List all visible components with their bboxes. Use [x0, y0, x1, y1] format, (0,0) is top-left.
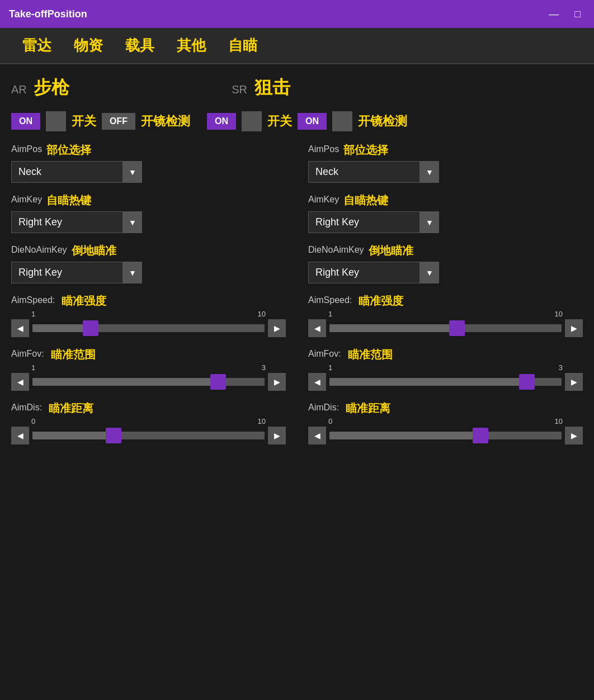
right-aimfov-min: 1	[328, 363, 332, 372]
right-switch-label: 开关	[267, 113, 292, 130]
left-aimfov-inc[interactable]: ▶	[268, 373, 286, 391]
right-dienoaim-dropdown[interactable]: Right Key	[308, 262, 420, 283]
nav-item-radar[interactable]: 雷达	[11, 28, 63, 63]
left-gray-button[interactable]	[46, 111, 66, 131]
left-aimpos-arrow[interactable]: ▼	[123, 161, 142, 183]
right-scope-label: 开镜检测	[358, 113, 407, 130]
right-aimpos-dropdown[interactable]: Neck	[308, 161, 420, 183]
left-dienoaim-section: DieNoAimKey 倒地瞄准 Right Key ▼	[11, 243, 286, 283]
maximize-button[interactable]: □	[570, 7, 585, 21]
right-aimpos-value: Neck	[315, 166, 338, 178]
left-aimkey-gold: 自瞄热键	[46, 193, 91, 208]
left-aimpos-dropdown[interactable]: Neck	[11, 161, 123, 183]
left-weapon: AR 步枪	[11, 75, 69, 100]
left-aimkey-label-row: AimKey 自瞄热键	[11, 193, 286, 208]
left-aimspeed-thumb[interactable]	[83, 320, 98, 336]
right-aimdis-track[interactable]	[329, 432, 562, 439]
right-aimpos-dropdown-row: Neck ▼	[308, 161, 583, 183]
nav-item-aim[interactable]: 自瞄	[217, 28, 268, 63]
right-aimfov-dec[interactable]: ◀	[308, 373, 326, 391]
left-off-button[interactable]: OFF	[102, 113, 135, 130]
right-aimkey-gold: 自瞄热键	[343, 193, 388, 208]
left-aimspeed-track[interactable]	[32, 324, 265, 332]
left-dienoaim-value: Right Key	[18, 267, 62, 278]
right-aimfov-label-row: AimFov: 瞄准范围	[308, 347, 583, 362]
left-aimdis-range: 0 10	[11, 417, 286, 425]
right-aimspeed-dec[interactable]: ◀	[308, 319, 326, 337]
dropdown-arrow-icon: ▼	[129, 168, 136, 177]
right-aimfov-thumb[interactable]	[519, 374, 535, 390]
left-aimspeed-dec[interactable]: ◀	[11, 319, 29, 337]
left-aimfov-gold: 瞄准范围	[51, 347, 96, 362]
left-column: AimPos 部位选择 Neck ▼ AimKey 自瞄热键	[11, 143, 286, 455]
right-aimspeed-thumb[interactable]	[449, 320, 465, 336]
left-aimdis-dec[interactable]: ◀	[11, 427, 29, 444]
weapons-row: AR 步枪 SR 狙击	[11, 75, 583, 100]
right-aimfov-track[interactable]	[329, 378, 562, 386]
left-aimdis-section: AimDis: 瞄准距离 0 10 ◀ ▶	[11, 401, 286, 444]
right-on2-button[interactable]: ON	[298, 113, 327, 130]
left-aimspeed-gold: 瞄准强度	[62, 294, 106, 309]
left-aimkey-section: AimKey 自瞄热键 Right Key ▼	[11, 193, 286, 233]
right-gray2-button[interactable]	[332, 111, 352, 131]
left-aimspeed-inc[interactable]: ▶	[268, 319, 286, 337]
left-aimspeed-min: 1	[31, 310, 35, 318]
left-aimspeed-label: AimSpeed:	[11, 295, 55, 305]
left-aimspeed-control: ◀ ▶	[11, 319, 286, 337]
right-gray-button[interactable]	[242, 111, 262, 131]
right-aimdis-range: 0 10	[308, 417, 583, 425]
nav-item-vehicle[interactable]: 载具	[114, 28, 166, 63]
right-aimspeed-track[interactable]	[329, 324, 562, 332]
main-content: AR 步枪 SR 狙击 ON 开关 OFF 开镜检测 ON 开关 ON 开镜检测…	[0, 64, 594, 466]
nav-item-supplies[interactable]: 物资	[63, 28, 114, 63]
right-aimfov-section: AimFov: 瞄准范围 1 3 ◀ ▶	[308, 347, 583, 391]
right-column: AimPos 部位选择 Neck ▼ AimKey 自瞄热键	[308, 143, 583, 455]
left-aimdis-inc[interactable]: ▶	[268, 427, 286, 444]
right-aimspeed-range: 1 10	[308, 310, 583, 318]
left-aimspeed-section: AimSpeed: 瞄准强度 1 10 ◀ ▶	[11, 294, 286, 337]
right-aimkey-dropdown[interactable]: Right Key	[308, 211, 420, 233]
left-aimdis-thumb[interactable]	[106, 428, 121, 443]
minimize-button[interactable]: —	[544, 7, 563, 21]
left-aimfov-control: ◀ ▶	[11, 373, 286, 391]
right-dienoaim-dropdown-row: Right Key ▼	[308, 262, 583, 283]
right-aimspeed-inc[interactable]: ▶	[565, 319, 583, 337]
right-aimspeed-max: 10	[555, 310, 563, 318]
left-dienoaim-arrow[interactable]: ▼	[123, 262, 142, 283]
right-weapon-name: 狙击	[254, 77, 290, 97]
left-aimdis-max: 10	[258, 417, 266, 425]
right-aimfov-inc[interactable]: ▶	[565, 373, 583, 391]
right-aimkey-value: Right Key	[315, 216, 359, 228]
right-aimdis-thumb[interactable]	[473, 428, 488, 443]
left-aimpos-section: AimPos 部位选择 Neck ▼	[11, 143, 286, 183]
left-weapon-name: 步枪	[34, 77, 69, 97]
right-aimpos-arrow[interactable]: ▼	[420, 161, 439, 183]
right-on-button[interactable]: ON	[207, 113, 236, 130]
right-aimdis-dec[interactable]: ◀	[308, 427, 326, 444]
left-aimdis-track[interactable]	[32, 432, 265, 439]
left-aimpos-label: AimPos	[11, 144, 42, 154]
left-on-button[interactable]: ON	[11, 113, 40, 130]
left-aimkey-dropdown[interactable]: Right Key	[11, 211, 123, 233]
right-aimfov-label: AimFov:	[308, 349, 341, 359]
right-aimkey-arrow[interactable]: ▼	[420, 211, 439, 233]
left-aimkey-arrow[interactable]: ▼	[123, 211, 142, 233]
toggle-row: ON 开关 OFF 开镜检测 ON 开关 ON 开镜检测	[11, 111, 583, 131]
left-aimkey-label: AimKey	[11, 195, 42, 205]
left-aimspeed-label-row: AimSpeed: 瞄准强度	[11, 294, 286, 309]
left-aimfov-label-row: AimFov: 瞄准范围	[11, 347, 286, 362]
left-dienoaim-dropdown[interactable]: Right Key	[11, 262, 123, 283]
nav-item-other[interactable]: 其他	[166, 28, 217, 63]
right-aimdis-inc[interactable]: ▶	[565, 427, 583, 444]
right-aimspeed-gold: 瞄准强度	[359, 294, 403, 309]
left-aimfov-dec[interactable]: ◀	[11, 373, 29, 391]
left-aimfov-thumb[interactable]	[210, 374, 226, 390]
app-title: Take-offPosition	[9, 8, 87, 20]
left-aimfov-track[interactable]	[32, 378, 265, 386]
right-aimdis-min: 0	[328, 417, 332, 425]
right-dienoaim-arrow[interactable]: ▼	[420, 262, 439, 283]
left-scope-label: 开镜检测	[141, 113, 190, 130]
left-aimdis-label-row: AimDis: 瞄准距离	[11, 401, 286, 416]
right-dienoaim-value: Right Key	[315, 267, 359, 278]
title-bar: Take-offPosition — □	[0, 0, 594, 28]
